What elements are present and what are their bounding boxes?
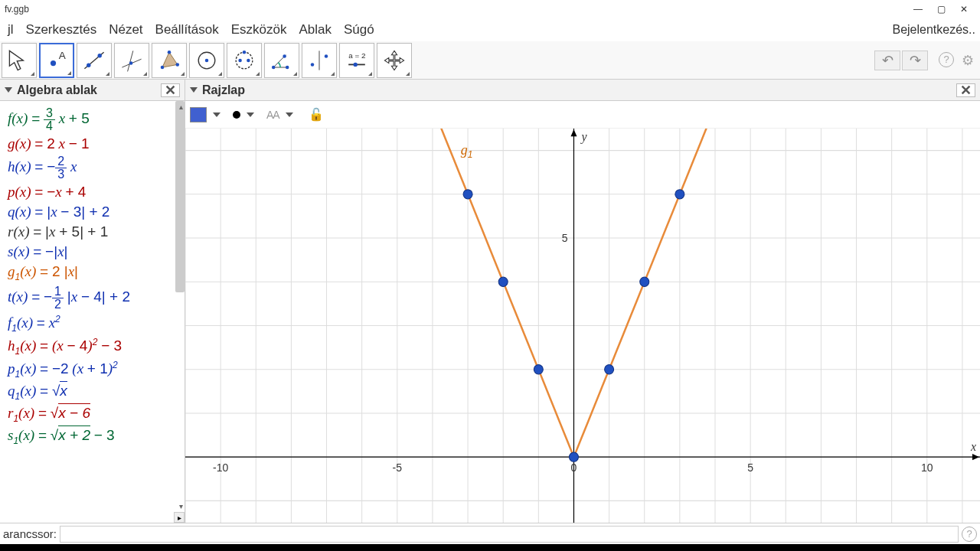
title-bar: fv.ggb — ▢ ✕ xyxy=(0,0,980,18)
undo-button[interactable]: ↶ xyxy=(874,51,900,70)
algebra-item[interactable]: s1(x) = √x + 2 − 3 xyxy=(8,427,185,446)
algebra-item[interactable]: q1(x) = √x xyxy=(8,383,185,402)
menu-item-eszközök[interactable]: Eszközök xyxy=(225,20,293,40)
svg-point-72 xyxy=(463,190,472,199)
close-algebra-button[interactable]: ✕ xyxy=(161,83,180,97)
collapse-icon[interactable] xyxy=(190,87,198,93)
algebra-item[interactable]: h1(x) = (x − 4)2 − 3 xyxy=(8,337,185,357)
tool-perpendicular[interactable] xyxy=(114,43,149,78)
collapse-icon[interactable] xyxy=(5,87,12,93)
tool-circle[interactable] xyxy=(189,43,224,78)
algebra-item[interactable]: h(x) = −23 x xyxy=(8,155,185,181)
input-label: arancssor: xyxy=(3,527,57,540)
lock-icon[interactable]: 🔓 xyxy=(309,107,324,122)
tool-move[interactable] xyxy=(2,43,37,78)
svg-point-73 xyxy=(498,277,508,286)
redo-button[interactable]: ↷ xyxy=(902,51,928,70)
svg-text:g1: g1 xyxy=(461,142,473,160)
algebra-list[interactable]: f(x) = 34 x + 5g(x) = 2 x − 1h(x) = −23 … xyxy=(0,101,185,523)
menu-item-nézet[interactable]: Nézet xyxy=(103,20,149,40)
svg-marker-62 xyxy=(570,129,577,136)
svg-point-78 xyxy=(675,190,684,199)
file-name: fv.ggb xyxy=(5,4,29,15)
svg-text:-5: -5 xyxy=(393,461,403,474)
svg-point-0 xyxy=(51,60,56,66)
algebra-item[interactable]: r(x) = |x + 5| + 1 xyxy=(8,223,185,240)
close-graphics-button[interactable]: ✕ xyxy=(956,83,975,97)
algebra-item[interactable]: f(x) = 34 x + 5 xyxy=(8,107,185,132)
svg-point-19 xyxy=(286,65,289,69)
close-window-button[interactable]: ✕ xyxy=(952,2,975,17)
svg-text:10: 10 xyxy=(921,461,933,474)
svg-point-20 xyxy=(283,54,286,58)
menu-item-súgó[interactable]: Súgó xyxy=(338,20,381,40)
svg-point-11 xyxy=(176,63,180,67)
color-swatch[interactable] xyxy=(190,107,207,122)
algebra-title: Algebra ablak xyxy=(17,83,97,97)
algebra-item[interactable]: p(x) = −x + 4 xyxy=(8,184,185,201)
tool-polygon[interactable] xyxy=(152,43,187,78)
svg-point-77 xyxy=(640,277,649,286)
tool-reflect[interactable] xyxy=(302,43,337,78)
point-style-icon[interactable] xyxy=(233,111,240,119)
login-link[interactable]: Bejelentkezés.. xyxy=(892,23,978,37)
algebra-item[interactable]: s(x) = −|x| xyxy=(8,243,185,260)
algebra-item[interactable]: g1(x) = 2 |x| xyxy=(8,263,185,282)
menu-item-ablak[interactable]: Ablak xyxy=(293,20,338,40)
svg-marker-61 xyxy=(972,454,979,460)
maximize-button[interactable]: ▢ xyxy=(929,2,952,17)
svg-point-4 xyxy=(98,54,102,57)
toolbar: A a = 2 ↶ ↷ ? ⚙ xyxy=(0,41,980,80)
text-size-icon[interactable]: AA xyxy=(266,109,279,121)
svg-point-15 xyxy=(238,58,242,62)
svg-marker-8 xyxy=(162,52,178,67)
svg-text:a = 2: a = 2 xyxy=(348,51,365,60)
algebra-item[interactable]: t(x) = −12 |x − 4| + 2 xyxy=(8,285,185,311)
tool-move-view[interactable] xyxy=(377,43,412,78)
algebra-panel-header[interactable]: Algebra ablak ✕ xyxy=(0,80,185,101)
help-icon[interactable]: ? xyxy=(939,52,954,67)
graphics-panel-header[interactable]: Rajzlap ✕ xyxy=(185,80,980,101)
scroll-down-icon[interactable]: ▾ xyxy=(179,502,183,510)
tool-slider[interactable]: a = 2 xyxy=(339,43,374,78)
tool-point[interactable]: A xyxy=(39,43,74,78)
svg-point-23 xyxy=(325,54,328,58)
menu-item-szerkesztés[interactable]: Szerkesztés xyxy=(20,20,103,40)
svg-text:0: 0 xyxy=(571,461,577,474)
tool-angle[interactable] xyxy=(264,43,299,78)
menu-item-beállítások[interactable]: Beállítások xyxy=(149,20,225,40)
graphics-canvas[interactable]: -10-505105xyg1 xyxy=(185,129,980,523)
minimize-button[interactable]: — xyxy=(906,2,929,17)
algebra-panel: Algebra ablak ✕ f(x) = 34 x + 5g(x) = 2 … xyxy=(0,80,185,523)
input-help-icon[interactable]: ? xyxy=(962,527,977,542)
command-input[interactable] xyxy=(60,526,959,543)
svg-text:-10: -10 xyxy=(213,461,228,474)
workspace: Algebra ablak ✕ f(x) = 34 x + 5g(x) = 2 … xyxy=(0,80,980,523)
color-dropdown-icon[interactable] xyxy=(213,112,220,117)
svg-text:y: y xyxy=(580,130,587,144)
algebra-item[interactable]: r1(x) = √x − 6 xyxy=(8,405,185,424)
svg-point-13 xyxy=(205,58,209,62)
text-size-dropdown-icon[interactable] xyxy=(286,112,293,117)
svg-point-75 xyxy=(569,452,578,461)
algebra-item[interactable]: p1(x) = −2 (x + 1)2 xyxy=(8,360,185,380)
svg-text:5: 5 xyxy=(747,461,753,474)
scroll-right-icon[interactable]: ▸ xyxy=(174,512,185,523)
scrollbar-thumb[interactable] xyxy=(175,101,185,292)
scroll-up-icon[interactable]: ▴ xyxy=(179,103,183,111)
svg-point-16 xyxy=(247,58,250,62)
point-style-dropdown-icon[interactable] xyxy=(247,112,254,117)
svg-text:5: 5 xyxy=(562,232,568,244)
algebra-item[interactable]: q(x) = |x − 3| + 2 xyxy=(8,204,185,220)
settings-gear-icon[interactable]: ⚙ xyxy=(962,52,974,69)
svg-point-7 xyxy=(129,61,133,65)
tool-ellipse[interactable] xyxy=(227,43,262,78)
algebra-item[interactable]: f1(x) = x2 xyxy=(8,314,185,334)
svg-text:x: x xyxy=(970,440,977,454)
algebra-item[interactable]: g(x) = 2 x − 1 xyxy=(8,135,185,152)
input-bar: arancssor: ? xyxy=(0,523,980,544)
graphics-title: Rajzlap xyxy=(202,83,245,97)
menu-item-jl[interactable]: jl xyxy=(2,20,20,40)
graphics-style-toolbar: AA 🔓 xyxy=(185,101,980,129)
tool-line[interactable] xyxy=(77,43,112,78)
